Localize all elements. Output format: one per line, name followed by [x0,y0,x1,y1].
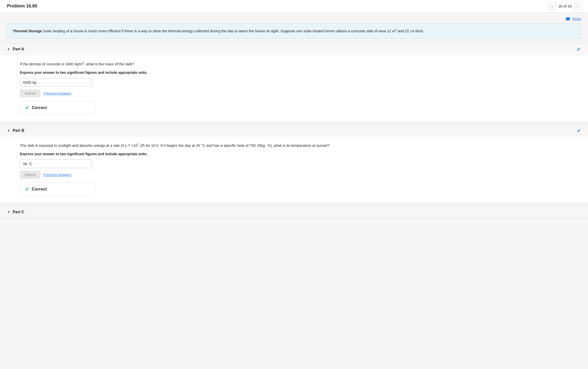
part-a-input[interactable] [20,78,92,87]
review-icon [566,17,570,20]
part-a-prev-answers[interactable]: Previous Answers [44,91,71,95]
part-a-header: ▼ Part A ✔ [0,43,588,55]
part-a-title: Part A [13,47,24,51]
prev-button[interactable]: ‹ [549,3,556,10]
part-b-correct-check: ✔ [25,186,29,192]
problem-count: 18 of 18 [558,4,572,8]
review-bar: Revie [0,12,588,23]
problem-title: Problem 16.80 [7,3,37,9]
part-b-content: The slab is exposed to sunlight and abso… [0,137,588,203]
context-box: Thermal Storage Solar heating of a house… [7,23,581,39]
part-b-chevron[interactable]: ▼ [7,129,10,133]
part-b-prev-answers[interactable]: Previous Answers [44,173,71,177]
part-a-question: If the density of concrete is 2400 kg/m3… [20,61,568,67]
part-a-section: ▼ Part A ✔ If the density of concrete is… [0,43,588,122]
part-b-actions: Submit Previous Answers [20,171,568,179]
part-b-section: ▼ Part B ✔ The slab is exposed to sunlig… [0,125,588,203]
part-b-instruction: Express your answer to two significant f… [20,152,568,156]
header: Problem 16.80 ‹ 18 of 18 › [0,0,588,12]
part-c-title: Part C [13,210,24,214]
part-c-chevron[interactable]: ▼ [7,210,10,214]
part-b-input[interactable] [20,159,92,168]
part-b-correct-badge: ✔ Correct [20,183,96,196]
part-b-checkmark: ✔ [577,128,581,134]
part-a-correct-check: ✔ [25,105,29,111]
part-a-actions: Submit Previous Answers [20,90,568,97]
part-a-chevron[interactable]: ▼ [7,47,10,51]
context-body: Solar heating of a house is much more ef… [42,29,424,33]
part-b-correct-label: Correct [32,187,47,192]
part-c-section: ▼ Part C [0,206,588,218]
part-b-header: ▼ Part B ✔ [0,125,588,137]
part-c-header: ▼ Part C [0,206,588,218]
part-b-title: Part B [13,128,24,133]
part-a-correct-label: Correct [32,105,47,110]
context-bold: Thermal Storage [13,29,42,33]
part-b-submit[interactable]: Submit [20,171,40,179]
part-a-content: If the density of concrete is 2400 kg/m3… [0,55,588,121]
part-a-checkmark: ✔ [577,46,581,52]
part-a-correct-badge: ✔ Correct [20,101,96,114]
part-a-instruction: Express your answer to two significant f… [20,71,568,74]
navigation: ‹ 18 of 18 › [549,3,581,10]
part-b-question: The slab is exposed to sunlight and abso… [20,143,568,148]
part-a-submit[interactable]: Submit [20,90,40,97]
review-link[interactable]: Revie [566,17,581,21]
next-button[interactable]: › [574,3,581,10]
